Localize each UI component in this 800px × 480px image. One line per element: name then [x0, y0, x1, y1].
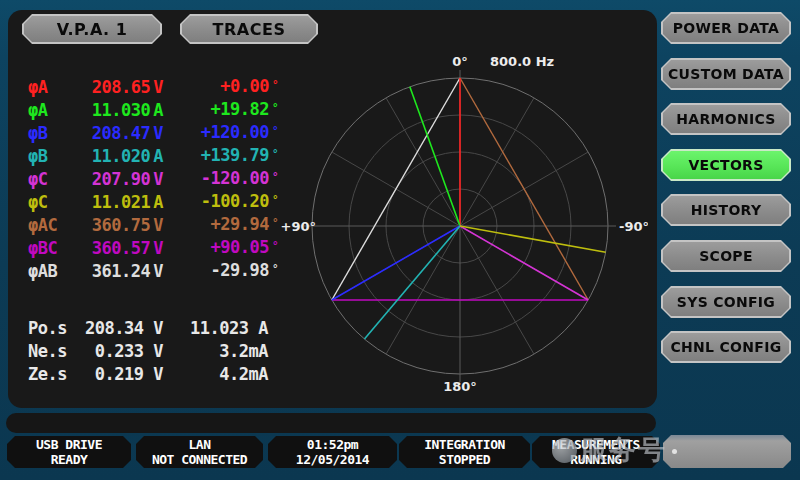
value-number: 208.47 [92, 122, 150, 145]
degree-symbol: ° [272, 73, 278, 96]
measurement-row: φAC360.75V+29.94° [28, 214, 278, 237]
measurement-row: φC11.021A-100.20° [28, 191, 278, 214]
vector-VB [332, 226, 460, 300]
degree-symbol: ° [272, 234, 278, 257]
status-integration: INTEGRATIONSTOPPED [399, 436, 530, 468]
indicator-dot-icon [672, 449, 677, 454]
nav-button-sys-config[interactable]: SYS CONFIG [661, 286, 791, 318]
sum-row: Ze.s0.219 V4.2mA [28, 363, 268, 386]
status-usb: USB DRIVEREADY [7, 436, 131, 468]
phase-label: φA [28, 76, 80, 99]
value-unit: V [153, 214, 163, 237]
status-lan-line1: LAN [136, 437, 263, 452]
angle-number: +139.79 [201, 144, 269, 167]
angle-number: -120.00 [201, 167, 269, 190]
message-bar [6, 413, 656, 433]
status-usb-line1: USB DRIVE [7, 437, 131, 452]
vpa-1-button[interactable]: V.P.A. 1 [22, 14, 162, 44]
angle-number: +90.05 [210, 236, 268, 259]
value-number: 360.57 [92, 237, 150, 260]
phase-value: 207.90V [80, 168, 163, 191]
phase-angle: +19.82° [163, 98, 278, 123]
value-unit: A [153, 145, 163, 168]
status-integration-line1: INTEGRATION [399, 437, 530, 452]
value-number: 207.90 [92, 168, 150, 191]
phase-label: φC [28, 191, 80, 214]
frequency-label: 800.0 Hz [490, 54, 554, 69]
phase-angle: +139.79° [163, 144, 278, 169]
value-number: 11.030 [92, 99, 150, 122]
measurement-row: φBC360.57V+90.05° [28, 237, 278, 260]
phase-value: 11.030A [80, 99, 163, 122]
nav-label-harmonics: HARMONICS [676, 111, 775, 127]
angle-number: +0.00 [220, 75, 269, 98]
traces-button[interactable]: TRACES [180, 14, 318, 44]
phase-label: φA [28, 99, 80, 122]
degree-symbol: ° [272, 119, 278, 142]
nav-button-power-data[interactable]: POWER DATA [661, 12, 791, 44]
vector-IB [364, 226, 460, 339]
nav-button-custom-data[interactable]: CUSTOM DATA [661, 58, 791, 90]
nav-button-vectors[interactable]: VECTORS [661, 149, 791, 181]
status-clock-line2: 12/05/2014 [268, 452, 397, 467]
measurement-row: φB11.020A+139.79° [28, 145, 278, 168]
phase-value: 11.020A [80, 145, 163, 168]
value-unit: A [153, 99, 163, 122]
angle-number: -100.20 [201, 190, 269, 213]
status-measurements: MEASUREMENTSRUNNING [532, 436, 660, 468]
angle-number: +29.94 [210, 213, 268, 236]
phase-value: 360.57V [80, 237, 163, 260]
measurement-row: φA11.030A+19.82° [28, 99, 278, 122]
nav-button-chnl-config[interactable]: CHNL CONFIG [661, 331, 791, 363]
value-number: 11.020 [92, 145, 150, 168]
value-unit: V [153, 237, 163, 260]
degree-symbol: ° [272, 257, 278, 280]
nav-button-scope[interactable]: SCOPE [661, 240, 791, 272]
axis-label-180: 180° [443, 379, 477, 394]
axis-label-0: 0° [452, 54, 468, 69]
sum-current: 4.2mA [163, 363, 268, 386]
sum-label: Ze.s [28, 363, 80, 386]
phase-line-VAC [460, 78, 588, 300]
value-unit: V [153, 260, 163, 283]
sum-current: 11.023 A [163, 317, 268, 340]
degree-symbol: ° [272, 96, 278, 119]
status-integration-line2: STOPPED [399, 452, 530, 467]
phase-label: φC [28, 168, 80, 191]
sum-label: Po.s [28, 317, 80, 340]
phase-label: φB [28, 122, 80, 145]
value-number: 360.75 [92, 214, 150, 237]
measurement-row: φA208.65V+0.00° [28, 76, 278, 99]
traces-label: TRACES [213, 20, 286, 39]
vector-polar-chart: 0°800.0 Hz+90°-90°180° [280, 52, 648, 404]
phase-angle: +90.05° [163, 236, 278, 261]
phase-line-VAB [332, 78, 460, 300]
angle-number: -29.98 [210, 259, 268, 282]
status-clock: 01:52pm12/05/2014 [268, 436, 397, 468]
screen: V.P.A. 1 TRACES φA208.65V+0.00°φA11.030A… [0, 0, 800, 480]
nav-button-history[interactable]: HISTORY [661, 194, 791, 226]
phase-angle: +29.94° [163, 213, 278, 238]
nav-label-vectors: VECTORS [688, 157, 763, 173]
measurement-row: φB208.47V+120.00° [28, 122, 278, 145]
phase-value: 208.65V [80, 76, 163, 99]
value-unit: A [153, 191, 163, 214]
phase-label: φAB [28, 260, 80, 283]
phase-value: 208.47V [80, 122, 163, 145]
status-clock-line1: 01:52pm [268, 437, 397, 452]
phase-angle: +120.00° [163, 121, 278, 146]
measurement-row: φC207.90V-120.00° [28, 168, 278, 191]
sum-row: Po.s208.34 V11.023 A [28, 317, 268, 340]
measurement-row: φAB361.24V-29.98° [28, 260, 278, 283]
nav-label-custom-data: CUSTOM DATA [668, 66, 784, 82]
sum-current: 3.2mA [163, 340, 268, 363]
phase-label: φBC [28, 237, 80, 260]
vpa-1-label: V.P.A. 1 [57, 20, 128, 39]
angle-number: +120.00 [201, 121, 269, 144]
value-number: 361.24 [92, 260, 150, 283]
nav-label-power-data: POWER DATA [673, 20, 780, 36]
status-measurements-line1: MEASUREMENTS [532, 437, 660, 452]
nav-button-harmonics[interactable]: HARMONICS [661, 103, 791, 135]
status-usb-line2: READY [7, 452, 131, 467]
blank-gray-button[interactable] [663, 435, 791, 468]
